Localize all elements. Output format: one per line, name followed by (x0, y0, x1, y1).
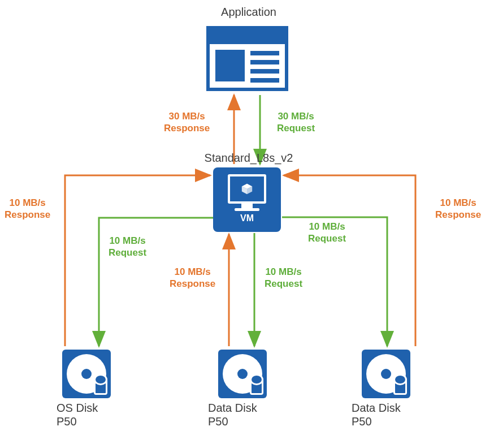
os-disk-tier: P50 (57, 415, 77, 428)
app-response-label: 30 MB/s Response (164, 110, 210, 135)
data-disk-2-icon (362, 350, 410, 398)
os-request-label: 10 MB/s Request (109, 235, 146, 259)
application-title: Application (203, 6, 294, 19)
data1-request-label: 10 MB/s Request (265, 266, 302, 290)
cube-icon (241, 183, 253, 195)
data2-response-label: 10 MB/s Response (435, 197, 481, 221)
data-disk-1-icon (218, 350, 267, 398)
os-response-label: 10 MB/s Response (5, 197, 50, 221)
data-disk-1-tier: P50 (208, 415, 228, 428)
application-icon (206, 26, 288, 91)
vm-sku-label: Standard_L8s_v2 (201, 152, 297, 165)
data2-request-label: 10 MB/s Request (308, 221, 346, 245)
vm-label: VM (240, 213, 254, 223)
app-request-label: 30 MB/s Request (277, 110, 315, 135)
data-disk-2-tier: P50 (352, 415, 372, 428)
os-disk-name: OS Disk (57, 402, 98, 415)
data-disk-2-name: Data Disk (352, 402, 401, 415)
vm-icon: VM (213, 167, 281, 232)
data1-response-label: 10 MB/s Response (170, 266, 215, 290)
data-disk-1-name: Data Disk (208, 402, 257, 415)
os-disk-icon (62, 350, 111, 398)
